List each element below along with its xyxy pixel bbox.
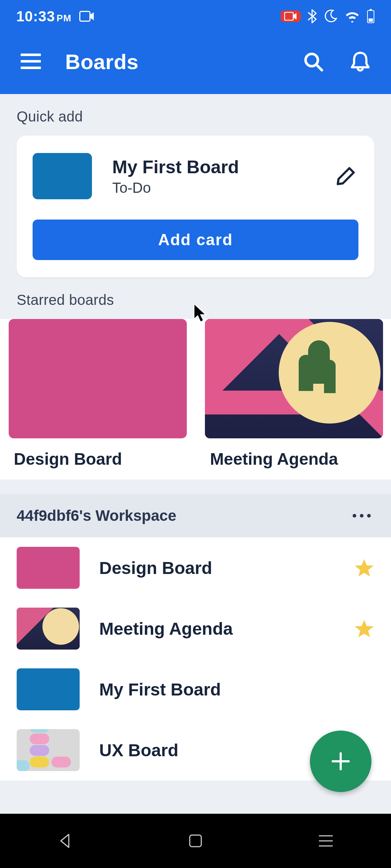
nav-home-icon[interactable]	[174, 826, 217, 855]
record-badge-icon	[281, 10, 301, 22]
status-bar: 10:33PM	[0, 0, 391, 33]
status-right	[281, 9, 375, 24]
nav-recent-icon[interactable]	[304, 826, 348, 855]
screencast-icon	[79, 11, 94, 22]
quick-add-board-thumb	[33, 153, 92, 199]
star-icon[interactable]	[354, 618, 374, 639]
starred-board-item[interactable]: Design Board	[9, 319, 187, 469]
workspace-header[interactable]: 44f9dbf6's Workspace	[0, 494, 391, 537]
quick-add-row[interactable]: My First Board To-Do	[33, 153, 358, 199]
status-left: 10:33PM	[16, 8, 94, 25]
moon-icon	[323, 9, 338, 24]
menu-icon[interactable]	[18, 49, 43, 74]
board-thumb	[17, 729, 80, 771]
quick-add-card: My First Board To-Do Add card	[17, 136, 374, 277]
add-board-fab[interactable]	[310, 731, 371, 792]
board-thumb	[17, 608, 80, 650]
bluetooth-icon	[307, 9, 317, 24]
board-row[interactable]: My First Board	[0, 659, 391, 720]
board-row[interactable]: Meeting Agenda	[0, 598, 391, 659]
workspace-title: 44f9dbf6's Workspace	[17, 507, 176, 524]
svg-rect-4	[369, 18, 373, 22]
edit-icon[interactable]	[333, 163, 358, 189]
svg-rect-0	[80, 12, 90, 21]
svg-rect-6	[21, 60, 41, 63]
add-card-button[interactable]: Add card	[33, 220, 358, 260]
page-title: Boards	[65, 50, 279, 74]
svg-rect-12	[190, 835, 201, 847]
board-thumb	[9, 319, 187, 438]
starred-boards-label: Starred boards	[0, 277, 391, 319]
quick-add-titles: My First Board To-Do	[112, 157, 313, 196]
board-name: My First Board	[99, 680, 374, 699]
board-name: Design Board	[99, 558, 335, 578]
board-row[interactable]: Design Board	[0, 537, 391, 598]
system-nav-bar	[0, 814, 391, 868]
board-thumb	[17, 547, 80, 589]
quick-add-board-name: My First Board	[112, 157, 313, 178]
status-time: 10:33PM	[16, 8, 71, 25]
svg-rect-7	[21, 67, 41, 69]
quick-add-list-name: To-Do	[112, 180, 313, 196]
board-name: Meeting Agenda	[99, 619, 335, 639]
battery-icon	[367, 9, 375, 24]
svg-rect-5	[21, 54, 41, 56]
nav-back-icon[interactable]	[43, 826, 87, 855]
more-icon[interactable]	[349, 509, 374, 523]
search-icon[interactable]	[300, 49, 326, 74]
app-bar: Boards	[0, 33, 391, 94]
svg-line-9	[316, 65, 322, 70]
star-icon[interactable]	[354, 558, 374, 578]
starred-boards-list[interactable]: Design Board Meeting Agenda	[0, 319, 391, 480]
status-time-ampm: PM	[56, 13, 71, 24]
board-name: Meeting Agenda	[205, 449, 383, 469]
quick-add-label: Quick add	[0, 94, 391, 136]
svg-rect-1	[285, 12, 293, 20]
wifi-icon	[344, 10, 360, 22]
board-thumb	[17, 668, 80, 710]
notifications-icon[interactable]	[348, 49, 373, 74]
board-thumb	[205, 319, 383, 438]
status-time-value: 10:33	[16, 8, 55, 24]
board-name: Design Board	[9, 449, 187, 469]
starred-board-item[interactable]: Meeting Agenda	[205, 319, 383, 469]
